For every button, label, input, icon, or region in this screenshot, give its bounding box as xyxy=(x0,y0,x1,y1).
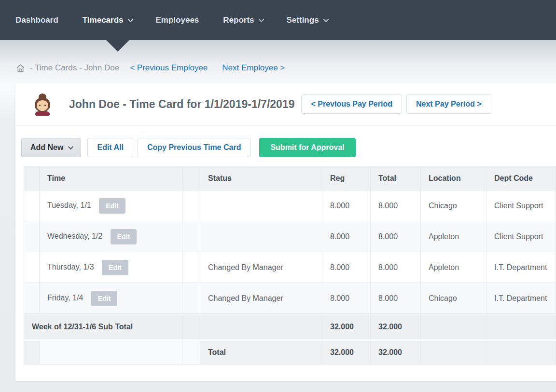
nav-item-label: Reports xyxy=(223,15,254,25)
subtotal-total: 32.000 xyxy=(371,314,421,340)
page-bottom-strip xyxy=(0,381,556,388)
total-total: 32.000 xyxy=(371,340,421,365)
edit-all-button[interactable]: Edit All xyxy=(87,138,133,157)
reg-cell: 8.000 xyxy=(322,190,371,221)
nav-item-timecards[interactable]: Timecards xyxy=(83,15,132,25)
time-cell: Wednesday, 1/2 Edit xyxy=(40,221,182,252)
spacer-column-header xyxy=(182,166,200,190)
spacer-column-header xyxy=(24,166,40,190)
total-cell: 8.000 xyxy=(371,190,421,221)
location-cell: Appleton xyxy=(421,221,486,252)
dept-code-cell: I.T. Department xyxy=(486,252,556,283)
time-column-header: Time xyxy=(40,166,182,190)
previous-employee-link[interactable]: < Previous Employee xyxy=(130,63,208,73)
reg-cell: 8.000 xyxy=(322,221,371,252)
time-cell: Friday, 1/4 Edit xyxy=(40,283,182,314)
time-cell: Thursday, 1/3 Edit xyxy=(40,252,182,283)
chevron-down-icon xyxy=(127,16,133,22)
table-row: Thursday, 1/3 Edit Changed By Manager 8.… xyxy=(24,252,556,283)
total-cell: 8.000 xyxy=(371,283,421,314)
chevron-down-icon xyxy=(68,144,73,149)
nav-item-settings[interactable]: Settings xyxy=(287,15,327,25)
nav-item-reports[interactable]: Reports xyxy=(223,15,262,25)
copy-previous-time-card-button[interactable]: Copy Previous Time Card xyxy=(138,138,250,157)
top-navbar: Dashboard Timecards Employees Reports Se… xyxy=(0,0,556,40)
timecard-header: John Doe - Time Card for 1/1/2019-1/7/20… xyxy=(15,83,556,126)
nav-item-label: Timecards xyxy=(83,15,124,25)
timecard-table: Time Status Reg Total Location Dept Code… xyxy=(24,166,556,365)
status-cell: Changed By Manager xyxy=(200,252,322,283)
time-cell: Tuesday, 1/1 Edit xyxy=(40,190,182,221)
chevron-down-icon xyxy=(323,16,328,22)
submit-for-approval-button[interactable]: Submit for Approval xyxy=(259,138,355,157)
page-title: John Doe - Time Card for 1/1/2019-1/7/20… xyxy=(69,98,294,111)
total-reg: 32.000 xyxy=(322,340,371,365)
table-row: Wednesday, 1/2 Edit 8.000 8.000 Appleton… xyxy=(24,221,556,252)
chevron-down-icon xyxy=(258,16,264,22)
table-row: Friday, 1/4 Edit Changed By Manager 8.00… xyxy=(24,283,556,314)
timecard-card: John Doe - Time Card for 1/1/2019-1/7/20… xyxy=(15,83,556,381)
nav-item-label: Dashboard xyxy=(15,15,58,25)
main-content: - Time Cards - John Doe < Previous Emplo… xyxy=(0,40,556,392)
add-new-label: Add New xyxy=(30,143,63,152)
table-row: Tuesday, 1/1 Edit 8.000 8.000 Chicago Cl… xyxy=(24,190,556,221)
status-cell xyxy=(200,190,322,221)
nav-item-employees[interactable]: Employees xyxy=(156,15,199,25)
subtotal-label: Week of 12/31-1/6 Sub Total xyxy=(24,314,182,340)
dept-code-cell: I.T. Department xyxy=(486,283,556,314)
reg-column-header[interactable]: Reg xyxy=(322,166,371,190)
subtotal-row: Week of 12/31-1/6 Sub Total 32.000 32.00… xyxy=(24,314,556,340)
previous-pay-period-button[interactable]: < Previous Pay Period xyxy=(301,95,402,114)
total-cell: 8.000 xyxy=(371,252,421,283)
table-header-row: Time Status Reg Total Location Dept Code xyxy=(24,166,556,190)
breadcrumb-text: - Time Cards - John Doe xyxy=(30,63,119,73)
status-column-header: Status xyxy=(200,166,322,190)
active-tab-pointer xyxy=(106,40,129,52)
location-column-header: Location xyxy=(421,166,486,190)
employee-avatar xyxy=(30,93,55,116)
location-cell: Appleton xyxy=(421,252,486,283)
nav-item-label: Settings xyxy=(287,15,319,25)
dept-code-cell: Client Support xyxy=(486,190,556,221)
add-new-button[interactable]: Add New xyxy=(21,138,81,157)
subtotal-reg: 32.000 xyxy=(322,314,371,340)
breadcrumb: - Time Cards - John Doe < Previous Emplo… xyxy=(0,40,556,73)
location-cell: Chicago xyxy=(421,283,486,314)
total-label: Total xyxy=(200,340,322,365)
location-cell: Chicago xyxy=(421,190,486,221)
toolbar: Add New Edit All Copy Previous Time Card… xyxy=(15,126,556,157)
next-pay-period-button[interactable]: Next Pay Period > xyxy=(406,95,491,114)
nav-item-label: Employees xyxy=(156,15,199,25)
total-column-header[interactable]: Total xyxy=(371,166,421,190)
status-cell: Changed By Manager xyxy=(200,283,322,314)
reg-cell: 8.000 xyxy=(322,252,371,283)
total-cell: 8.000 xyxy=(371,221,421,252)
status-cell xyxy=(200,221,322,252)
dept-code-column-header: Dept Code xyxy=(486,166,556,190)
home-icon[interactable] xyxy=(16,64,25,73)
total-row: Total 32.000 32.000 xyxy=(24,340,556,365)
next-employee-link[interactable]: Next Employee > xyxy=(222,63,285,73)
nav-item-dashboard[interactable]: Dashboard xyxy=(15,15,58,25)
edit-button[interactable]: Edit xyxy=(99,198,125,214)
dept-code-cell: Client Support xyxy=(486,221,556,252)
edit-button[interactable]: Edit xyxy=(91,291,117,306)
edit-button[interactable]: Edit xyxy=(102,260,128,275)
reg-cell: 8.000 xyxy=(322,283,371,314)
edit-button[interactable]: Edit xyxy=(111,229,137,244)
